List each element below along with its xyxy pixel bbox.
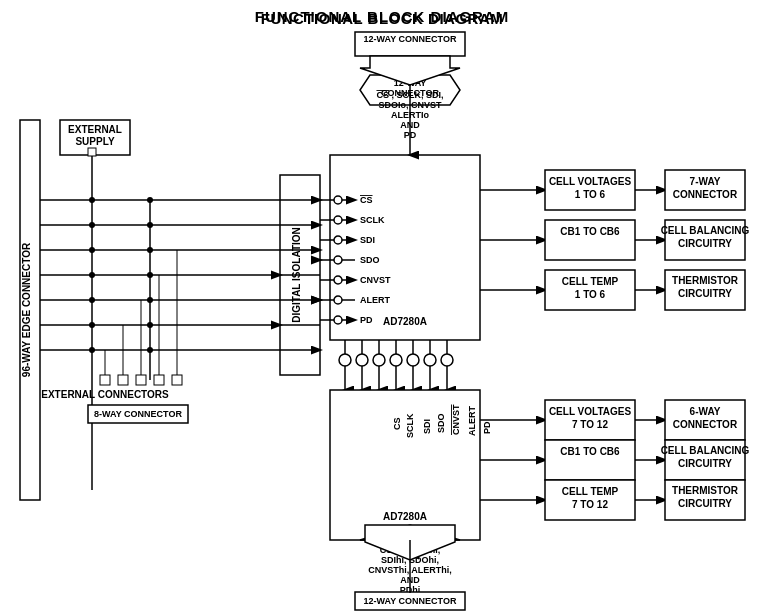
svg-point-114 [390,354,402,366]
svg-point-76 [334,256,342,264]
svg-point-79 [334,276,342,284]
svg-rect-45 [154,375,164,385]
svg-text:EXTERNAL: EXTERNAL [68,124,122,135]
svg-text:CNVST: CNVST [451,404,461,435]
svg-text:THERMISTOR: THERMISTOR [672,485,739,496]
svg-rect-43 [118,375,128,385]
svg-text:CELL VOLTAGES: CELL VOLTAGES [549,406,632,417]
svg-text:6-WAY: 6-WAY [690,406,721,417]
svg-text:12-WAY CONNECTOR: 12-WAY CONNECTOR [364,34,457,44]
svg-text:EXTERNAL CONNECTORS: EXTERNAL CONNECTORS [41,389,169,400]
svg-point-23 [89,222,95,228]
svg-point-115 [407,354,419,366]
svg-text:SCLK: SCLK [360,215,385,225]
svg-text:ALERT: ALERT [467,406,477,436]
svg-point-21 [89,197,95,203]
svg-point-29 [89,297,95,303]
svg-point-31 [89,322,95,328]
svg-text:SCLK: SCLK [405,413,415,438]
svg-point-25 [89,247,95,253]
svg-text:PD: PD [360,315,373,325]
svg-text:ALERT: ALERT [360,295,390,305]
svg-text:CELL TEMP: CELL TEMP [562,486,619,497]
svg-text:THERMISTOR: THERMISTOR [672,275,739,286]
svg-point-70 [334,216,342,224]
svg-text:7-WAY: 7-WAY [690,176,721,187]
svg-text:CONNECTOR: CONNECTOR [673,189,738,200]
svg-point-117 [441,354,453,366]
svg-text:CB1 TO CB6: CB1 TO CB6 [560,446,620,457]
svg-text:CIRCUITRY: CIRCUITRY [678,458,732,469]
svg-point-67 [334,196,342,204]
svg-point-113 [373,354,385,366]
svg-point-116 [424,354,436,366]
svg-text:CELL VOLTAGES: CELL VOLTAGES [549,176,632,187]
svg-text:CELL BALANCING: CELL BALANCING [661,225,750,236]
svg-text:AD7280A: AD7280A [383,316,427,327]
svg-text:CNVST: CNVST [360,275,391,285]
svg-point-73 [334,236,342,244]
svg-point-111 [339,354,351,366]
svg-text:SDI: SDI [422,419,432,434]
svg-text:CS: CS [392,417,402,430]
svg-text:7 TO 12: 7 TO 12 [572,419,608,430]
svg-point-112 [356,354,368,366]
svg-text:8-WAY CONNECTOR: 8-WAY CONNECTOR [94,409,182,419]
svg-rect-46 [172,375,182,385]
svg-text:PD: PD [482,421,492,434]
svg-text:CELL BALANCING: CELL BALANCING [661,445,750,456]
svg-text:CS: CS [360,195,373,205]
svg-text:CONNECTOR: CONNECTOR [673,419,738,430]
diagram: FUNCTIONAL BLOCK DIAGRAM 12-WAY CONNECTO… [0,0,764,612]
svg-rect-42 [100,375,110,385]
svg-text:CIRCUITRY: CIRCUITRY [678,238,732,249]
svg-text:SDO: SDO [360,255,380,265]
svg-text:CB1 TO CB6: CB1 TO CB6 [560,226,620,237]
svg-text:7 TO 12: 7 TO 12 [572,499,608,510]
svg-rect-64 [330,155,480,340]
svg-text:12-WAY CONNECTOR: 12-WAY CONNECTOR [364,596,457,606]
svg-text:CIRCUITRY: CIRCUITRY [678,498,732,509]
svg-point-27 [89,272,95,278]
svg-text:1 TO 6: 1 TO 6 [575,289,606,300]
svg-rect-44 [136,375,146,385]
svg-text:CIRCUITRY: CIRCUITRY [678,288,732,299]
svg-point-85 [334,316,342,324]
svg-text:CELL TEMP: CELL TEMP [562,276,619,287]
svg-text:SUPPLY: SUPPLY [75,136,114,147]
svg-point-33 [89,347,95,353]
svg-text:SDO: SDO [436,413,446,433]
svg-text:SDI: SDI [360,235,375,245]
svg-text:AD7280A: AD7280A [383,511,427,522]
svg-rect-18 [88,148,96,156]
svg-point-82 [334,296,342,304]
svg-text:1 TO 6: 1 TO 6 [575,189,606,200]
page-title: FUNCTIONAL BLOCK DIAGRAM [0,8,764,25]
svg-text:96-WAY EDGE CONNECTOR: 96-WAY EDGE CONNECTOR [21,242,32,377]
